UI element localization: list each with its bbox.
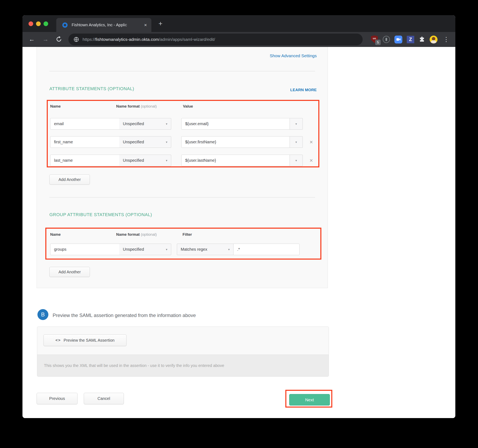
group-filter-value-input[interactable] [233, 244, 300, 255]
name-column-header: Name [50, 104, 61, 109]
group-name-format-label: Name format [116, 232, 140, 237]
group-filter-type-select[interactable]: Matches regex ▾ [177, 244, 233, 255]
preview-assertion-panel: <> Preview the SAML Assertion This shows… [37, 326, 329, 377]
chevron-down-icon: ▾ [296, 122, 297, 126]
address-bar[interactable]: https://fishtownanalytics-admin.okta.com… [68, 34, 363, 45]
reload-icon[interactable] [54, 36, 63, 42]
preview-section-heading: Preview the SAML assertion generated fro… [53, 313, 196, 318]
show-advanced-settings-link[interactable]: Show Advanced Settings [270, 53, 317, 58]
minimize-button[interactable] [36, 21, 41, 26]
fullscreen-button[interactable] [44, 21, 48, 26]
step-b-badge: B [38, 309, 48, 320]
browser-toolbar: ← → https://fishtownanalytics-admin.okta… [22, 32, 455, 47]
tab-title: Fishtown Analytics, Inc - Applic [72, 23, 143, 27]
extensions-area: uo 5 Z ⋮ [371, 32, 451, 47]
avatar-head [432, 37, 435, 40]
ublock-badge: 5 [375, 40, 381, 45]
attr-format-value: Unspecified [123, 122, 144, 126]
browser-window: Fishtown Analytics, Inc - Applic × + ← →… [22, 15, 455, 418]
attr-value-dropdown-button[interactable]: ▾ [290, 118, 303, 129]
attribute-statements-title: ATTRIBUTE STATEMENTS (OPTIONAL) [49, 86, 134, 91]
chevron-down-icon: ▾ [228, 248, 230, 251]
next-button[interactable]: Next [289, 394, 330, 405]
forward-icon[interactable]: → [41, 36, 50, 43]
name-format-column-header: Name format (optional) [116, 104, 157, 109]
group-attribute-statements-title: GROUP ATTRIBUTE STATEMENTS (OPTIONAL) [49, 212, 152, 217]
group-name-column-header: Name [50, 232, 61, 237]
tab-close-icon[interactable]: × [144, 22, 147, 28]
attr-format-value: Unspecified [123, 140, 144, 144]
zoom-extension-icon[interactable] [394, 36, 402, 43]
attr-value-input[interactable] [181, 136, 290, 148]
divider [49, 71, 315, 71]
avatar-body [431, 40, 436, 43]
remove-row-button[interactable]: × [308, 139, 315, 146]
tab-strip: Fishtown Analytics, Inc - Applic × + [22, 15, 455, 32]
preview-note: This shows you the XML that will be used… [37, 355, 329, 376]
url-host: fishtownanalytics-admin.okta.com [95, 37, 159, 42]
ublock-extension-icon[interactable]: uo 5 [371, 35, 378, 43]
add-another-group-attribute-button[interactable]: Add Another [49, 267, 90, 277]
url-text: https://fishtownanalytics-admin.okta.com… [82, 37, 215, 42]
url-scheme: https:// [82, 37, 95, 42]
globe-icon [74, 37, 79, 42]
attr-name-input[interactable] [50, 155, 120, 166]
close-button[interactable] [29, 21, 33, 26]
divider [49, 197, 315, 197]
chevron-down-icon: ▾ [296, 140, 297, 144]
name-format-label: Name format [116, 104, 140, 108]
value-column-header: Value [183, 104, 193, 109]
chevron-down-icon: ▾ [296, 159, 297, 162]
back-icon[interactable]: ← [27, 36, 36, 43]
attr-name-input[interactable] [50, 136, 120, 148]
filter-column-header: Filter [182, 232, 192, 237]
new-tab-button[interactable]: + [157, 20, 164, 28]
add-another-attribute-button[interactable]: Add Another [49, 174, 90, 184]
chevron-down-icon: ▾ [166, 248, 167, 251]
browser-tab[interactable]: Fishtown Analytics, Inc - Applic × [56, 18, 151, 32]
group-filter-type-value: Matches regex [181, 247, 207, 252]
attr-value-dropdown-button[interactable]: ▾ [290, 136, 303, 148]
group-name-input[interactable] [50, 244, 120, 255]
previous-button[interactable]: Previous [37, 393, 77, 404]
attr-format-select[interactable]: Unspecified ▾ [119, 136, 171, 148]
url-path: /admin/apps/saml-wizard/edit/ [159, 37, 215, 42]
attr-name-input[interactable] [50, 118, 120, 129]
preview-button-label: Preview the SAML Assertion [63, 338, 114, 343]
chevron-down-icon: ▾ [166, 140, 167, 144]
attr-format-select[interactable]: Unspecified ▾ [119, 118, 171, 129]
extensions-puzzle-icon[interactable] [419, 36, 425, 43]
page-content: Show Advanced Settings ATTRIBUTE STATEME… [22, 47, 455, 418]
attr-value-input[interactable] [181, 155, 290, 166]
attr-format-select[interactable]: Unspecified ▾ [119, 155, 171, 166]
okta-favicon-icon [62, 22, 68, 28]
group-name-format-column-header: Name format (optional) [116, 232, 157, 237]
code-brackets-icon: <> [56, 338, 61, 343]
learn-more-link[interactable]: LEARN MORE [290, 88, 317, 92]
profile-avatar[interactable] [430, 36, 438, 43]
preview-saml-assertion-button[interactable]: <> Preview the SAML Assertion [44, 334, 126, 346]
group-format-select[interactable]: Unspecified ▾ [119, 244, 171, 255]
traffic-lights [29, 21, 48, 26]
group-format-value: Unspecified [123, 247, 144, 252]
chevron-down-icon: ▾ [166, 122, 167, 126]
attr-format-value: Unspecified [123, 158, 144, 163]
chevron-down-icon: ▾ [166, 159, 167, 162]
remove-row-button[interactable]: × [308, 157, 315, 164]
attr-value-dropdown-button[interactable]: ▾ [290, 155, 303, 166]
annotation-box-next-button: Next [285, 390, 332, 408]
name-format-optional-label: (optional) [141, 104, 157, 108]
group-name-format-optional-label: (optional) [141, 232, 157, 237]
z-extension-icon[interactable]: Z [407, 36, 414, 43]
password-manager-extension-icon[interactable] [383, 36, 390, 43]
attr-value-input[interactable] [181, 118, 290, 129]
cancel-button[interactable]: Cancel [84, 393, 124, 404]
browser-menu-icon[interactable]: ⋮ [442, 36, 451, 43]
